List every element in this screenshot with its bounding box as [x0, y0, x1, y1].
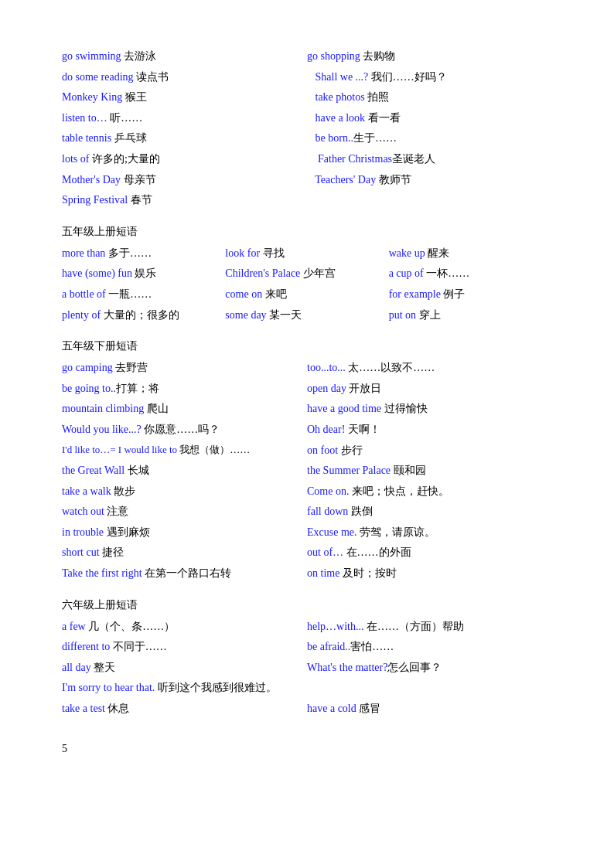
page-content: go swimming 去游泳 go shopping 去购物 do some …: [62, 46, 552, 755]
phrase-item: the Summer Palace 颐和园: [307, 461, 552, 482]
phrase-item: out of… 在……的外面: [307, 543, 552, 563]
phrase-item: go swimming 去游泳: [62, 46, 307, 67]
phrase-item: Shall we ...? 我们……好吗？: [307, 67, 552, 88]
phrase-item: put on 穿上: [389, 305, 552, 326]
section-title-grade5-vol1: 五年级上册短语: [62, 225, 552, 239]
phrase-en: lots of: [62, 153, 89, 165]
phrase-zh: 我们……好吗？: [368, 71, 447, 83]
phrase-item: a few 几（个、条……）: [62, 617, 307, 638]
phrase-item: Come on. 来吧；快点，赶快。: [307, 482, 552, 502]
phrase-zh: 去购物: [360, 50, 396, 62]
phrase-en: table tennis: [62, 132, 111, 144]
phrase-zh: 乒乓球: [111, 132, 147, 144]
phrase-item: too...to... 太……以致不……: [307, 358, 552, 379]
phrase-zh: 母亲节: [121, 174, 156, 186]
phrase-item: be born..生于……: [307, 128, 552, 149]
phrase-item: watch out 注意: [62, 502, 307, 523]
phrase-item: be afraid..害怕……: [307, 637, 552, 658]
phrase-en: Mother's Day: [62, 174, 121, 186]
phrase-en: Teachers' Day: [307, 174, 376, 186]
phrase-item: Would you like...? 你愿意……吗？: [62, 420, 307, 441]
phrase-item: Teachers' Day 教师节: [307, 170, 552, 191]
phrase-item: a bottle of 一瓶……: [62, 284, 225, 305]
phrase-item: go camping 去野营: [62, 358, 307, 379]
phrase-item: Father Christmas圣诞老人: [307, 149, 552, 170]
phrase-zh: 生于……: [353, 132, 397, 144]
phrase-zh: 圣诞老人: [392, 153, 435, 165]
phrase-item: different to 不同于……: [62, 637, 307, 658]
phrase-item: Excuse me. 劳驾，请原谅。: [307, 523, 552, 543]
phrase-item: on time 及时；按时: [307, 563, 552, 584]
phrase-item: Take the first right 在第一个路口右转: [62, 563, 307, 584]
phrase-item: come on 来吧: [225, 284, 388, 305]
phrase-item: [307, 190, 552, 211]
grade5-vol1-grid: more than 多于…… look for 寻找 wake up 醒来 ha…: [62, 243, 552, 325]
phrase-en: listen to…: [62, 112, 107, 124]
phrase-item: Mother's Day 母亲节: [62, 170, 307, 191]
phrase-en: Shall we ...?: [307, 71, 368, 83]
phrase-item: do some reading 读点书: [62, 67, 307, 88]
phrase-zh: 拍照: [365, 91, 390, 103]
phrase-item: look for 寻找: [225, 243, 388, 264]
section-title-grade6-vol1: 六年级上册短语: [62, 598, 552, 612]
phrase-en: take photos: [307, 91, 365, 103]
phrase-zh: 教师节: [376, 174, 411, 186]
phrase-item: have a look 看一看: [307, 108, 552, 129]
phrase-item: have a good time 过得愉快: [307, 399, 552, 420]
intro-grid: go swimming 去游泳 go shopping 去购物 do some …: [62, 46, 552, 211]
phrase-item: take photos 拍照: [307, 87, 552, 108]
phrase-item: fall down 跌倒: [307, 502, 552, 523]
phrase-item: take a walk 散步: [62, 482, 307, 502]
phrase-item: listen to… 听……: [62, 108, 307, 129]
phrase-item: take a test 休息: [62, 699, 307, 720]
section-grade5-vol1: 五年级上册短语 more than 多于…… look for 寻找 wake …: [62, 225, 552, 325]
phrase-item: I'd like to…= I would like to 我想（做）……: [62, 441, 307, 461]
phrase-item: have a cold 感冒: [307, 699, 552, 720]
phrase-item: Oh dear! 天啊！: [307, 420, 552, 441]
phrase-item: plenty of 大量的；很多的: [62, 305, 225, 326]
phrase-zh: 猴王: [122, 91, 147, 103]
phrase-item: a cup of 一杯……: [389, 264, 552, 284]
phrase-item: on foot 步行: [307, 441, 552, 461]
phrase-item: Children's Palace 少年宫: [225, 264, 388, 284]
phrase-item: go shopping 去购物: [307, 46, 552, 67]
phrase-item: open day 开放日: [307, 379, 552, 400]
phrase-item: for example 例子: [389, 284, 552, 305]
phrase-item: lots of 许多的;大量的: [62, 149, 307, 170]
phrase-item: table tennis 乒乓球: [62, 128, 307, 149]
page-number: 5: [62, 743, 552, 755]
phrase-en: go swimming: [62, 50, 121, 62]
phrase-en: Father Christmas: [307, 153, 392, 165]
section-intro: go swimming 去游泳 go shopping 去购物 do some …: [62, 46, 552, 211]
phrase-zh: 看一看: [365, 112, 401, 124]
section-grade5-vol2: 五年级下册短语 go camping 去野营 too...to... 太……以致…: [62, 339, 552, 584]
phrase-item: some day 某一天: [225, 305, 388, 326]
phrase-en: have a look: [307, 112, 365, 124]
phrase-item: in trouble 遇到麻烦: [62, 523, 307, 543]
phrase-en: be born..: [307, 132, 353, 144]
phrase-zh: 听……: [107, 112, 143, 124]
grade5-vol2-grid: go camping 去野营 too...to... 太……以致不…… be g…: [62, 358, 552, 584]
phrase-item: help…with... 在……（方面）帮助: [307, 617, 552, 638]
grade6-vol1-grid: a few 几（个、条……） help…with... 在……（方面）帮助 di…: [62, 617, 552, 720]
phrase-zh: 许多的;大量的: [89, 153, 159, 165]
phrase-item: I'm sorry to hear that. 听到这个我感到很难过。: [62, 678, 552, 699]
phrase-item: have (some) fun 娱乐: [62, 264, 225, 284]
phrase-en: do some reading: [62, 71, 134, 83]
phrase-item: What's the matter?怎么回事？: [307, 658, 552, 679]
phrase-item: Spring Festival 春节: [62, 190, 307, 211]
phrase-item: Monkey King 猴王: [62, 87, 307, 108]
section-title-grade5-vol2: 五年级下册短语: [62, 339, 552, 353]
phrase-item: short cut 捷径: [62, 543, 307, 563]
phrase-item: the Great Wall 长城: [62, 461, 307, 482]
phrase-item: more than 多于……: [62, 243, 225, 264]
phrase-zh: 读点书: [134, 71, 169, 83]
section-grade6-vol1: 六年级上册短语 a few 几（个、条……） help…with... 在……（…: [62, 598, 552, 720]
phrase-en: Spring Festival: [62, 194, 128, 206]
phrase-en: go shopping: [307, 50, 360, 62]
phrase-item: mountain climbing 爬山: [62, 399, 307, 420]
phrase-item: be going to..打算；将: [62, 379, 307, 400]
phrase-en: Monkey King: [62, 91, 122, 103]
phrase-zh: 去游泳: [121, 50, 157, 62]
phrase-zh: 春节: [128, 194, 152, 206]
